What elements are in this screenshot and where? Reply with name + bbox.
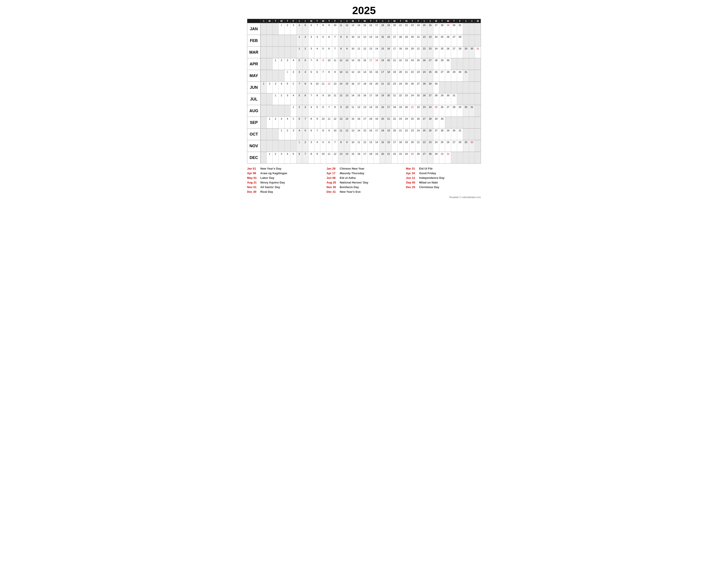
day-number: 24 <box>399 82 402 85</box>
day-cell: 7 <box>332 47 338 58</box>
day-number: 5 <box>293 117 294 120</box>
day-cell <box>457 58 463 70</box>
day-cell: 6 <box>314 70 320 81</box>
day-number: 15 <box>381 36 384 38</box>
day-number: 6 <box>323 106 324 108</box>
day-cell: 14 <box>350 58 356 70</box>
day-cell: 16 <box>350 82 356 93</box>
day-cell: 29 <box>457 105 463 117</box>
day-cell: 29 <box>463 47 469 58</box>
day-cell: 8 <box>308 152 314 163</box>
day-number: 16 <box>351 82 354 85</box>
day-cell: 13 <box>332 82 338 93</box>
day-number: 1 <box>263 82 264 85</box>
day-number: 7 <box>299 82 300 85</box>
day-number: 11 <box>328 152 330 155</box>
day-number: 30 <box>441 152 443 155</box>
day-cell: 7 <box>308 58 314 70</box>
day-cell: 10 <box>344 105 350 117</box>
day-number: 6 <box>299 117 300 120</box>
holiday-row: Jun 12Independence Day <box>406 176 481 179</box>
day-cell: 17 <box>391 35 397 46</box>
day-cell <box>261 152 266 163</box>
day-number: 14 <box>351 59 354 62</box>
day-cell: 4 <box>296 128 302 140</box>
day-number: 8 <box>311 152 312 155</box>
day-number: 9 <box>323 94 324 97</box>
holiday-row: Sep 05Milad un Nabi <box>406 181 481 184</box>
day-number: 11 <box>334 59 336 62</box>
day-cell: 24 <box>433 47 439 58</box>
day-number: 22 <box>399 94 402 97</box>
day-cell: 24 <box>421 70 427 81</box>
day-cell: 2 <box>284 128 290 140</box>
day-number: 19 <box>381 59 384 62</box>
day-cell: 18 <box>379 23 385 35</box>
day-cell <box>278 47 284 58</box>
holiday-column-col3: Mar 31Eid Ul FitrApr 18Good FridayJun 12… <box>406 167 481 195</box>
day-number: 29 <box>465 141 467 143</box>
day-number: 17 <box>375 24 378 26</box>
day-cell <box>272 23 278 35</box>
day-cell: 17 <box>379 70 385 81</box>
day-cell: 4 <box>290 93 296 105</box>
day-number: 31 <box>459 24 461 26</box>
day-number: 2 <box>293 71 294 73</box>
day-cell: 30 <box>463 105 469 117</box>
day-number: 15 <box>381 141 384 143</box>
day-number: 17 <box>393 141 396 143</box>
day-cell: 12 <box>326 82 332 93</box>
day-cell: 20 <box>385 93 391 105</box>
day-cell: 6 <box>308 128 314 140</box>
day-header-col-15: M <box>350 19 356 23</box>
day-cell <box>261 58 266 70</box>
day-cell: 29 <box>463 140 469 152</box>
day-cell: 6 <box>326 47 332 58</box>
day-number: 11 <box>334 94 336 97</box>
day-number: 12 <box>363 47 366 50</box>
day-cell: 27 <box>421 152 427 163</box>
day-number: 7 <box>334 47 336 50</box>
day-number: 18 <box>387 71 390 73</box>
day-cell: 3 <box>278 152 284 163</box>
day-number: 14 <box>375 141 378 143</box>
day-number: 17 <box>363 117 366 120</box>
day-number: 3 <box>299 71 300 73</box>
day-cell: 2 <box>278 93 284 105</box>
day-number: 11 <box>340 129 342 132</box>
day-cell: 11 <box>356 47 362 58</box>
day-cell: 4 <box>314 47 320 58</box>
day-number: 23 <box>417 71 420 73</box>
day-number: 8 <box>317 59 318 62</box>
day-cell: 8 <box>338 47 344 58</box>
day-number: 4 <box>305 71 306 73</box>
day-number: 20 <box>411 36 414 38</box>
day-cell: 31 <box>457 23 463 35</box>
day-cell: 21 <box>391 93 397 105</box>
day-cell: 24 <box>415 23 421 35</box>
day-number: 16 <box>381 106 384 108</box>
day-cell: 28 <box>457 47 463 58</box>
day-cell <box>261 128 266 140</box>
day-cell: 15 <box>350 152 356 163</box>
day-cell <box>278 35 284 46</box>
day-cell: 28 <box>421 82 427 93</box>
day-cell <box>266 140 272 152</box>
day-number: 21 <box>399 24 402 26</box>
day-number: 22 <box>423 36 426 38</box>
day-cell: 25 <box>409 152 415 163</box>
day-number: 3 <box>281 152 282 155</box>
month-row-feb: FEB1234567891011121314151617181920212223… <box>247 35 481 46</box>
day-cell: 4 <box>302 70 308 81</box>
day-cell <box>266 23 272 35</box>
day-number: 3 <box>287 59 288 62</box>
day-number: 1 <box>269 152 270 155</box>
day-number: 25 <box>405 82 408 85</box>
day-cell: 8 <box>332 105 338 117</box>
day-cell: 5 <box>302 23 308 35</box>
day-header-col-32: T <box>451 19 457 23</box>
day-cell: 11 <box>338 128 344 140</box>
day-number: 19 <box>393 71 396 73</box>
day-number: 21 <box>411 106 414 108</box>
day-number: 23 <box>399 117 402 120</box>
